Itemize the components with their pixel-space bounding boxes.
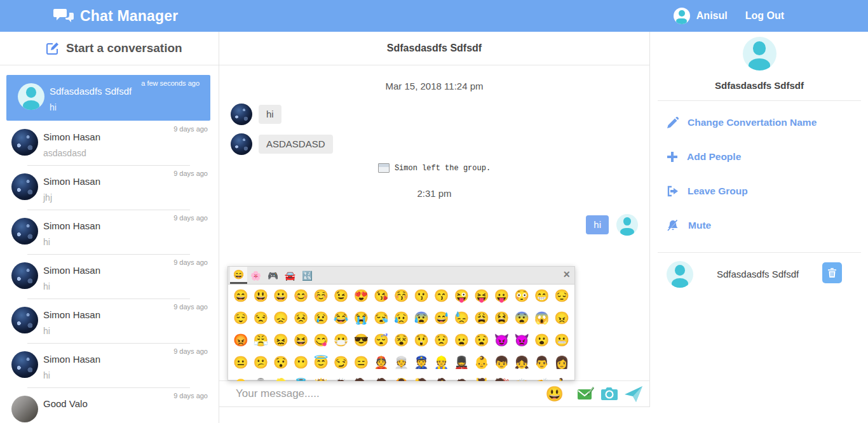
emoji-option[interactable]: 😣 [294,312,309,324]
emoji-option[interactable]: 😘 [374,290,389,302]
emoji-option[interactable]: 👱 [273,379,288,381]
emoji-option[interactable]: 😌 [233,312,248,324]
emoji-option[interactable]: 😳 [514,290,529,302]
emoji-option[interactable]: 👵 [254,379,269,381]
emoji-option[interactable]: 😑 [353,356,369,368]
emoji-option[interactable]: 😞 [273,312,288,324]
conversation-item[interactable]: 9 days agoSimon Hasanhi [0,254,219,299]
emoji-option[interactable]: 😒 [254,312,269,324]
emoji-option[interactable]: 😤 [254,334,269,346]
emoji-option[interactable]: 😵 [394,334,409,346]
conversation-item[interactable]: a few seconds agoSdfasdasdfs Sdfsdfhi [6,75,210,121]
emoji-option[interactable]: 👴 [233,379,248,381]
emoji-option[interactable]: 😬 [554,334,569,346]
emoji-option[interactable]: 😃 [254,290,269,302]
conversation-item[interactable]: 9 days agoSimon Hasanhi [0,343,219,387]
emoji-category-tab[interactable]: 🎮 [264,267,281,284]
conversation-item[interactable]: 9 days agoSimon Hasanjhj [0,165,219,210]
emoji-option[interactable]: 😜 [454,290,469,302]
emoji-option[interactable]: 💂 [454,356,469,368]
emoji-option[interactable]: 😛 [494,290,510,302]
emoji-option[interactable]: 👸 [313,379,329,381]
emoji-option[interactable]: 👳 [394,356,409,368]
logout-button[interactable]: Log Out [745,10,784,22]
emoji-category-tab[interactable]: 🚘 [281,267,299,284]
emoji-category-tab[interactable]: 🔣 [299,267,316,284]
emoji-option[interactable]: 😀 [273,290,288,302]
emoji-option[interactable]: 😁 [534,290,550,302]
conversation-item[interactable]: 9 days agoSimon Hasanhi [0,299,219,343]
emoji-option[interactable]: 😮 [534,334,550,346]
emoji-option[interactable]: 😟 [434,334,449,346]
emoji-option[interactable]: 🙅 [374,379,389,381]
emoji-option[interactable]: 😚 [394,290,409,302]
add-people-button[interactable]: Add People [651,140,868,174]
emoji-option[interactable]: 😏 [334,356,349,368]
emoji-option[interactable]: 👧 [514,356,529,368]
emoji-option[interactable]: 😊 [294,290,309,302]
emoji-option[interactable]: 😶 [294,356,309,368]
emoji-option[interactable]: 👦 [494,356,510,368]
header-user-avatar[interactable] [674,8,690,24]
emoji-option[interactable]: 😇 [313,356,329,368]
emoji-option[interactable]: 😕 [254,356,269,368]
emoji-option[interactable]: 😫 [494,312,510,324]
emoji-option[interactable]: 😢 [313,312,329,324]
emoji-option[interactable]: 😖 [273,334,288,346]
emoji-option[interactable]: 😷 [334,334,349,346]
emoji-option[interactable]: 😡 [233,334,248,346]
camera-icon[interactable] [600,387,618,401]
emoji-option[interactable]: 🙍 [454,379,469,381]
emoji-option[interactable]: 😐 [233,356,248,368]
leave-group-button[interactable]: Leave Group [651,174,868,208]
emoji-option[interactable]: 😙 [434,290,449,302]
remove-member-button[interactable] [822,262,842,283]
emoji-option[interactable]: 👼 [294,379,309,381]
emoji-option[interactable]: 😠 [554,312,569,324]
conversation-item[interactable]: 9 days agoGood Valo [0,387,219,423]
emoji-option[interactable]: 😯 [273,356,288,368]
emoji-option[interactable]: 😂 [334,312,349,324]
emoji-option[interactable]: 😍 [353,290,369,302]
emoji-option[interactable]: 💇 [494,379,510,381]
emoji-option[interactable]: 👶 [474,356,489,368]
emoji-option[interactable]: 😭 [353,312,369,324]
emoji-option[interactable]: 🙇 [334,379,349,381]
emoji-option[interactable]: 👩 [554,356,569,368]
emoji-option[interactable]: 😎 [353,334,369,346]
emoji-option[interactable]: 😋 [313,334,329,346]
conversation-item[interactable]: 9 days agoSimon Hasanhi [0,210,219,254]
emoji-option[interactable]: 💆 [474,379,489,381]
emoji-option[interactable]: 👏 [534,379,550,381]
conversation-item[interactable]: 9 days agoSimon Hasanasdasdasd [0,121,219,165]
emoji-option[interactable]: 🙌 [514,379,529,381]
emoji-option[interactable]: 😔 [554,290,569,302]
emoji-category-tab[interactable]: 🌸 [247,267,264,284]
emoji-option[interactable]: 👨 [534,356,550,368]
emoji-option[interactable]: 😴 [374,334,389,346]
emoji-option[interactable]: 😪 [374,312,389,324]
emoji-option[interactable]: 😅 [434,312,449,324]
emoji-option[interactable]: 🙎 [434,379,449,381]
emoji-option[interactable]: 😗 [414,290,429,302]
emoji-option[interactable]: 😩 [474,312,489,324]
message-input[interactable] [234,387,545,401]
emoji-option[interactable]: 😱 [534,312,550,324]
emoji-option[interactable]: 👷 [434,356,449,368]
emoji-option[interactable]: 😲 [414,334,429,346]
start-conversation-button[interactable]: Start a conversation [0,32,219,65]
change-conversation-name-button[interactable]: Change Convertation Name [651,105,868,140]
emoji-option[interactable]: 🙆 [394,379,409,381]
emoji-option[interactable]: 😓 [454,312,469,324]
emoji-toggle-icon[interactable]: 😃 [545,387,564,401]
emoji-option[interactable]: 🚶 [554,379,569,381]
emoji-option[interactable]: 👲 [374,356,389,368]
emoji-option[interactable]: 😆 [294,334,309,346]
emoji-option[interactable]: 😝 [474,290,489,302]
emoji-option[interactable]: 😉 [334,290,349,302]
emoji-option[interactable]: 👿 [514,334,529,346]
emoji-option[interactable]: 😦 [454,334,469,346]
emoji-option[interactable]: 🙋 [414,379,429,381]
send-icon[interactable] [624,386,643,403]
emoji-option[interactable]: 😄 [233,290,248,302]
